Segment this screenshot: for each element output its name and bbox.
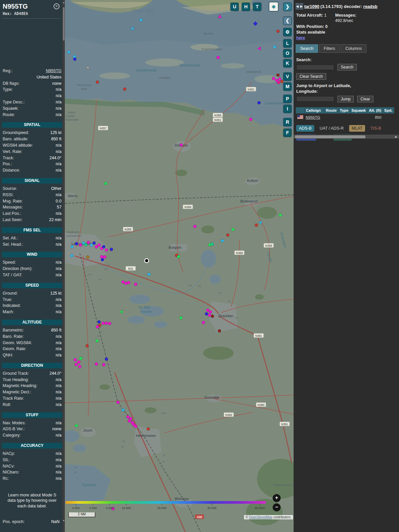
aircraft-marker[interactable] (276, 30, 279, 33)
settings-button[interactable]: ⚙ (283, 28, 292, 36)
map-button-r[interactable]: R (283, 118, 292, 126)
aircraft-marker[interactable] (95, 362, 98, 365)
layers-button[interactable]: ❖ (269, 2, 278, 11)
readsb-link[interactable]: readsb (363, 4, 378, 9)
aircraft-marker[interactable] (134, 425, 137, 428)
aircraft-marker[interactable] (96, 80, 99, 83)
column-header-squawk[interactable]: Squawk (350, 107, 367, 113)
aircraft-marker[interactable] (75, 424, 78, 427)
aircraft-marker[interactable] (279, 213, 282, 216)
aircraft-marker[interactable] (134, 283, 137, 286)
aircraft-marker[interactable] (221, 239, 224, 242)
chevron-right-icon[interactable]: ▶ (300, 3, 303, 10)
openstreetmap-link[interactable]: OpenStreetMap (249, 515, 273, 519)
filter-uat-ads-r[interactable]: UAT / ADS-R (317, 125, 346, 132)
aircraft-marker[interactable] (209, 310, 212, 313)
jump-input[interactable] (296, 96, 334, 102)
aircraft-marker[interactable] (105, 357, 108, 360)
map-button-o[interactable]: O (283, 49, 292, 58)
map[interactable]: FryslânDe HonEngelsmanplaatWierumerwadAm… (65, 0, 294, 532)
map-button-f[interactable]: F (283, 129, 292, 137)
search-button[interactable]: Search (337, 64, 357, 70)
tab-search[interactable]: Search (296, 44, 318, 53)
aircraft-marker[interactable] (202, 321, 205, 324)
chevron-left-icon[interactable]: ◀ (296, 3, 299, 10)
aircraft-marker[interactable] (276, 73, 279, 76)
column-header-route[interactable]: Route (325, 107, 338, 113)
aircraft-marker[interactable] (79, 357, 82, 360)
aircraft-marker[interactable] (78, 365, 81, 368)
aircraft-marker[interactable] (70, 245, 73, 248)
scroll-up-icon[interactable]: ▲ (63, 1, 65, 5)
column-header-callsign[interactable]: Callsign (305, 107, 325, 113)
aircraft-marker[interactable] (226, 233, 229, 236)
aircraft-marker[interactable] (139, 18, 142, 21)
aircraft-marker[interactable] (231, 228, 234, 231)
aircraft-marker[interactable] (85, 344, 88, 347)
aircraft-marker[interactable] (95, 339, 98, 342)
selected-aircraft-marker[interactable] (145, 259, 149, 263)
aircraft-marker[interactable] (75, 242, 78, 245)
aircraft-marker[interactable] (86, 66, 89, 69)
tar1090-link[interactable]: tar1090 (304, 4, 320, 9)
aircraft-marker[interactable] (123, 87, 126, 90)
aircraft-marker[interactable] (84, 243, 87, 246)
aircraft-marker[interactable] (255, 223, 258, 226)
filter-ads-b[interactable]: ADS-B (296, 125, 314, 132)
aircraft-marker[interactable] (105, 248, 108, 251)
aircraft-marker[interactable] (210, 242, 213, 245)
scroll-down-icon[interactable]: ▼ (63, 519, 65, 523)
aircraft-marker[interactable] (79, 243, 82, 246)
zoom-out-button[interactable]: − (273, 503, 281, 511)
aircraft-marker[interactable] (179, 316, 182, 319)
aircraft-marker[interactable] (121, 280, 124, 283)
aircraft-marker[interactable] (104, 182, 107, 185)
aircraft-marker[interactable] (280, 80, 283, 83)
aircraft-marker[interactable] (211, 315, 214, 318)
aircraft-marker[interactable] (67, 51, 70, 54)
map-canvas[interactable]: FryslânDe HonEngelsmanplaatWierumerwadAm… (65, 0, 294, 532)
aircraft-marker[interactable] (73, 358, 76, 361)
aircraft-marker[interactable] (272, 77, 275, 80)
tab-columns[interactable]: Columns (341, 44, 366, 53)
search-input[interactable] (296, 65, 334, 70)
aircraft-marker[interactable] (73, 58, 76, 61)
aircraft-marker[interactable] (97, 243, 100, 246)
aircraft-marker[interactable] (101, 322, 104, 325)
expand-sidebar-button[interactable]: ❯ (283, 3, 292, 11)
hscroll-thumb[interactable] (295, 135, 365, 138)
left-panel-scrollbar[interactable]: ▲ ▼ (63, 0, 65, 532)
map-button-p[interactable]: P (283, 95, 292, 103)
aircraft-marker[interactable] (205, 312, 208, 315)
column-header-flag[interactable] (296, 107, 305, 113)
aircraft-marker[interactable] (180, 143, 183, 146)
aircraft-marker[interactable] (70, 254, 73, 257)
aircraft-marker[interactable] (74, 363, 77, 366)
map-button-l[interactable]: L (283, 39, 292, 48)
jump-button[interactable]: Jump (337, 96, 354, 102)
aircraft-marker[interactable] (193, 225, 196, 228)
map-button-h[interactable]: H (242, 3, 250, 11)
aircraft-marker[interactable] (102, 245, 105, 248)
callsign-cell[interactable]: N955TG (305, 113, 325, 121)
aircraft-marker[interactable] (208, 314, 211, 317)
aircraft-marker[interactable] (100, 255, 103, 258)
aircraft-marker[interactable] (77, 360, 80, 363)
registration-link[interactable]: N955TG (46, 68, 62, 74)
aircraft-marker[interactable] (102, 363, 105, 366)
aircraft-marker[interactable] (108, 322, 111, 325)
aircraft-marker[interactable] (216, 56, 219, 59)
aircraft-marker[interactable] (96, 325, 99, 328)
aircraft-marker[interactable] (103, 255, 106, 258)
aircraft-marker[interactable] (278, 77, 281, 80)
map-button-u[interactable]: U (230, 3, 239, 11)
map-button-m[interactable]: M (283, 82, 292, 91)
aircraft-marker[interactable] (249, 118, 252, 121)
tab-filters[interactable]: Filters (319, 44, 340, 53)
collapse-sidebar-button[interactable]: ❮ (283, 17, 292, 25)
aircraft-marker[interactable] (177, 255, 180, 258)
column-header-alt-ft-[interactable]: Alt. (ft) (367, 107, 383, 113)
aircraft-marker[interactable] (110, 248, 113, 251)
aircraft-marker[interactable] (273, 45, 276, 48)
map-button-t[interactable]: T (253, 3, 261, 11)
